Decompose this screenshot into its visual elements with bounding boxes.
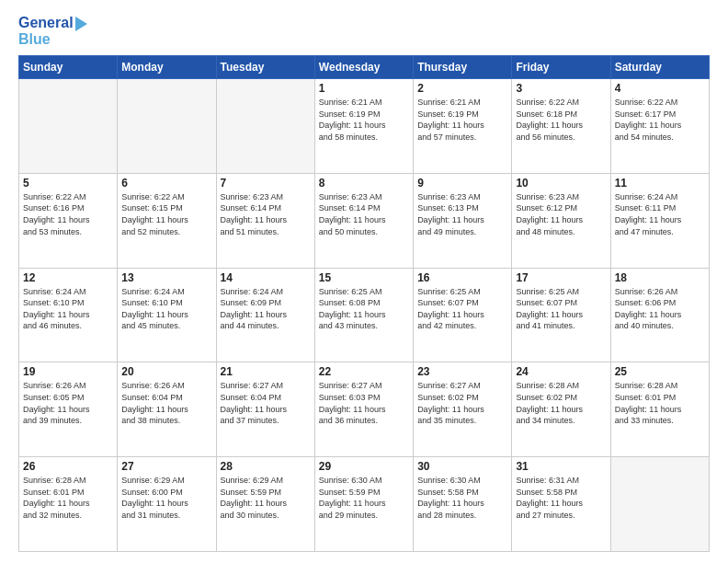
day-number: 22 [319,365,409,378]
calendar-week-row: 19Sunrise: 6:26 AM Sunset: 6:05 PM Dayli… [19,362,710,457]
calendar-table: SundayMondayTuesdayWednesdayThursdayFrid… [18,55,710,552]
day-info: Sunrise: 6:28 AM Sunset: 6:01 PM Dayligh… [615,380,705,426]
weekday-header-sunday: Sunday [19,56,118,79]
day-info: Sunrise: 6:24 AM Sunset: 6:10 PM Dayligh… [121,286,211,332]
day-info: Sunrise: 6:23 AM Sunset: 6:14 PM Dayligh… [221,191,311,237]
day-number: 16 [417,271,507,284]
calendar-day-16: 16Sunrise: 6:25 AM Sunset: 6:07 PM Dayli… [414,268,512,362]
day-number: 5 [23,177,113,190]
calendar-day-17: 17Sunrise: 6:25 AM Sunset: 6:07 PM Dayli… [512,268,610,362]
day-number: 24 [516,365,606,378]
page: General Blue SundayMondayTuesdayWednesda… [0,0,728,563]
calendar-day-3: 3Sunrise: 6:22 AM Sunset: 6:18 PM Daylig… [512,79,610,174]
calendar-day-13: 13Sunrise: 6:24 AM Sunset: 6:10 PM Dayli… [118,268,216,362]
day-info: Sunrise: 6:25 AM Sunset: 6:07 PM Dayligh… [516,286,606,332]
day-info: Sunrise: 6:24 AM Sunset: 6:10 PM Dayligh… [23,286,113,332]
day-info: Sunrise: 6:22 AM Sunset: 6:15 PM Dayligh… [121,191,211,237]
day-info: Sunrise: 6:30 AM Sunset: 5:58 PM Dayligh… [417,475,507,521]
day-info: Sunrise: 6:26 AM Sunset: 6:04 PM Dayligh… [121,380,211,426]
day-number: 2 [417,82,507,95]
day-number: 26 [23,460,113,473]
day-info: Sunrise: 6:22 AM Sunset: 6:17 PM Dayligh… [615,97,705,143]
day-info: Sunrise: 6:25 AM Sunset: 6:07 PM Dayligh… [417,286,507,332]
day-info: Sunrise: 6:21 AM Sunset: 6:19 PM Dayligh… [319,97,409,143]
calendar-day-2: 2Sunrise: 6:21 AM Sunset: 6:19 PM Daylig… [414,79,512,174]
calendar-day-27: 27Sunrise: 6:29 AM Sunset: 6:00 PM Dayli… [118,457,216,552]
day-info: Sunrise: 6:26 AM Sunset: 6:05 PM Dayligh… [23,380,113,426]
calendar-day-14: 14Sunrise: 6:24 AM Sunset: 6:09 PM Dayli… [216,268,314,362]
day-info: Sunrise: 6:26 AM Sunset: 6:06 PM Dayligh… [615,286,705,332]
calendar-day-25: 25Sunrise: 6:28 AM Sunset: 6:01 PM Dayli… [610,362,709,457]
day-number: 27 [121,460,211,473]
day-info: Sunrise: 6:27 AM Sunset: 6:04 PM Dayligh… [221,380,311,426]
day-info: Sunrise: 6:23 AM Sunset: 6:12 PM Dayligh… [516,191,606,237]
calendar-empty-cell [216,79,314,174]
calendar-day-7: 7Sunrise: 6:23 AM Sunset: 6:14 PM Daylig… [216,173,314,268]
day-info: Sunrise: 6:27 AM Sunset: 6:02 PM Dayligh… [417,380,507,426]
day-number: 31 [516,460,606,473]
calendar-day-5: 5Sunrise: 6:22 AM Sunset: 6:16 PM Daylig… [19,173,118,268]
calendar-empty-cell [118,79,216,174]
day-info: Sunrise: 6:21 AM Sunset: 6:19 PM Dayligh… [417,97,507,143]
calendar-week-row: 12Sunrise: 6:24 AM Sunset: 6:10 PM Dayli… [19,268,710,362]
weekday-header-friday: Friday [512,56,610,79]
day-info: Sunrise: 6:23 AM Sunset: 6:13 PM Dayligh… [417,191,507,237]
weekday-header-wednesday: Wednesday [314,56,413,79]
calendar-empty-cell [19,79,118,174]
weekday-header-monday: Monday [118,56,216,79]
weekday-header-thursday: Thursday [414,56,512,79]
weekday-header-saturday: Saturday [610,56,709,79]
day-number: 19 [23,365,113,378]
day-info: Sunrise: 6:24 AM Sunset: 6:09 PM Dayligh… [221,286,311,332]
calendar-day-31: 31Sunrise: 6:31 AM Sunset: 5:58 PM Dayli… [512,457,610,552]
day-number: 7 [221,177,311,190]
day-number: 30 [417,460,507,473]
calendar-day-9: 9Sunrise: 6:23 AM Sunset: 6:13 PM Daylig… [414,173,512,268]
day-info: Sunrise: 6:28 AM Sunset: 6:01 PM Dayligh… [23,475,113,521]
calendar-day-18: 18Sunrise: 6:26 AM Sunset: 6:06 PM Dayli… [610,268,709,362]
day-info: Sunrise: 6:22 AM Sunset: 6:18 PM Dayligh… [516,97,606,143]
day-info: Sunrise: 6:23 AM Sunset: 6:14 PM Dayligh… [319,191,409,237]
day-info: Sunrise: 6:28 AM Sunset: 6:02 PM Dayligh… [516,380,606,426]
calendar-week-row: 5Sunrise: 6:22 AM Sunset: 6:16 PM Daylig… [19,173,710,268]
calendar-day-4: 4Sunrise: 6:22 AM Sunset: 6:17 PM Daylig… [610,79,709,174]
logo-general-text: General [18,15,74,30]
calendar-day-26: 26Sunrise: 6:28 AM Sunset: 6:01 PM Dayli… [19,457,118,552]
calendar-day-21: 21Sunrise: 6:27 AM Sunset: 6:04 PM Dayli… [216,362,314,457]
day-number: 12 [23,271,113,284]
calendar-day-6: 6Sunrise: 6:22 AM Sunset: 6:15 PM Daylig… [118,173,216,268]
weekday-header-tuesday: Tuesday [216,56,314,79]
calendar-empty-cell [610,457,709,552]
calendar-day-8: 8Sunrise: 6:23 AM Sunset: 6:14 PM Daylig… [314,173,413,268]
day-number: 8 [319,177,409,190]
calendar-day-23: 23Sunrise: 6:27 AM Sunset: 6:02 PM Dayli… [414,362,512,457]
calendar-day-1: 1Sunrise: 6:21 AM Sunset: 6:19 PM Daylig… [314,79,413,174]
day-number: 20 [121,365,211,378]
calendar-day-29: 29Sunrise: 6:30 AM Sunset: 5:59 PM Dayli… [314,457,413,552]
header: General Blue [18,15,710,48]
logo-arrow-icon [75,17,87,31]
calendar-week-row: 26Sunrise: 6:28 AM Sunset: 6:01 PM Dayli… [19,457,710,552]
calendar-day-10: 10Sunrise: 6:23 AM Sunset: 6:12 PM Dayli… [512,173,610,268]
day-number: 15 [319,271,409,284]
calendar-day-22: 22Sunrise: 6:27 AM Sunset: 6:03 PM Dayli… [314,362,413,457]
logo-blue-text: Blue [18,31,87,48]
calendar-day-20: 20Sunrise: 6:26 AM Sunset: 6:04 PM Dayli… [118,362,216,457]
calendar-day-19: 19Sunrise: 6:26 AM Sunset: 6:05 PM Dayli… [19,362,118,457]
logo: General Blue [18,15,87,48]
day-number: 29 [319,460,409,473]
day-number: 4 [615,82,705,95]
calendar-day-28: 28Sunrise: 6:29 AM Sunset: 5:59 PM Dayli… [216,457,314,552]
day-number: 25 [615,365,705,378]
day-number: 9 [417,177,507,190]
day-number: 6 [121,177,211,190]
day-info: Sunrise: 6:29 AM Sunset: 6:00 PM Dayligh… [121,475,211,521]
calendar-day-24: 24Sunrise: 6:28 AM Sunset: 6:02 PM Dayli… [512,362,610,457]
day-number: 13 [121,271,211,284]
calendar-day-11: 11Sunrise: 6:24 AM Sunset: 6:11 PM Dayli… [610,173,709,268]
day-number: 1 [319,82,409,95]
weekday-header-row: SundayMondayTuesdayWednesdayThursdayFrid… [19,56,710,79]
day-info: Sunrise: 6:31 AM Sunset: 5:58 PM Dayligh… [516,475,606,521]
day-info: Sunrise: 6:22 AM Sunset: 6:16 PM Dayligh… [23,191,113,237]
day-info: Sunrise: 6:29 AM Sunset: 5:59 PM Dayligh… [221,475,311,521]
